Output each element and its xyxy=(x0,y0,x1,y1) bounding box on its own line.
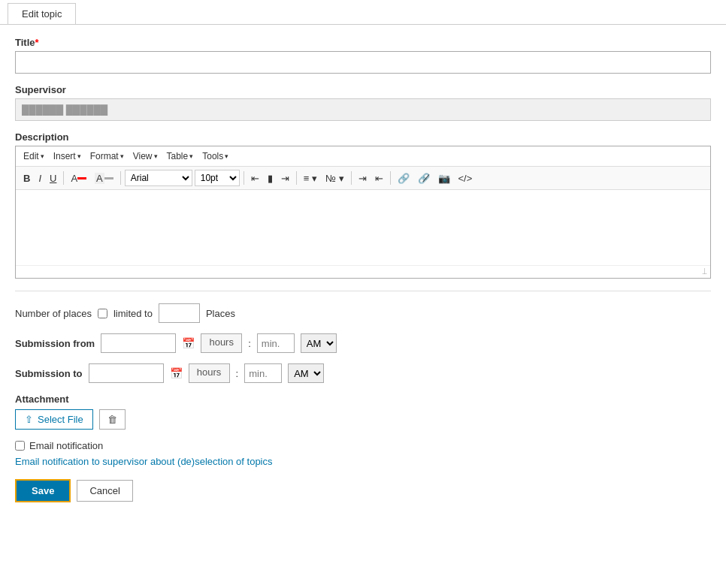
email-info-text: Email notification to supervisor about (… xyxy=(15,456,711,467)
title-label: Title* xyxy=(15,37,711,48)
align-right-button[interactable]: ⇥ xyxy=(278,171,292,185)
places-label: Number of places xyxy=(15,308,92,319)
save-button[interactable]: Save xyxy=(15,479,71,502)
divider-5 xyxy=(351,171,352,185)
editor-menubar: Edit ▾ Insert ▾ Format ▾ View ▾ Table ▾ … xyxy=(16,146,710,167)
submission-from-min-input[interactable] xyxy=(257,333,295,353)
section-divider xyxy=(15,291,711,291)
submission-from-label: Submission from xyxy=(15,338,95,349)
edit-chevron: ▾ xyxy=(41,152,44,160)
places-limited-label: limited to xyxy=(113,308,153,319)
attachment-field-group: Attachment ⇧ Select File 🗑 xyxy=(15,394,711,430)
divider-2 xyxy=(120,171,121,185)
divider-4 xyxy=(296,171,297,185)
from-colon: : xyxy=(248,338,251,349)
submission-to-label: Submission to xyxy=(15,368,83,379)
submission-from-date-input[interactable] xyxy=(101,333,176,353)
divider-6 xyxy=(390,171,391,185)
submission-from-hours-box: hours xyxy=(201,333,242,353)
select-file-label: Select File xyxy=(38,414,83,425)
bg-color-btn[interactable]: A xyxy=(92,171,116,185)
italic-button[interactable]: I xyxy=(35,171,44,185)
bold-button[interactable]: B xyxy=(20,171,33,185)
form-area: Title* Supervisor Description Edit ▾ Ins… xyxy=(0,25,726,514)
font-color-bar xyxy=(77,177,86,179)
description-field-group: Description Edit ▾ Insert ▾ Format ▾ Vie… xyxy=(15,131,711,279)
ordered-list-button[interactable]: № ▾ xyxy=(322,171,347,185)
select-file-button[interactable]: ⇧ Select File xyxy=(15,409,93,430)
required-star: * xyxy=(35,37,39,48)
submission-to-min-input[interactable] xyxy=(244,363,282,383)
submission-from-calendar-icon[interactable]: 📅 xyxy=(182,337,195,349)
email-notification-checkbox[interactable] xyxy=(15,441,25,451)
resize-handle[interactable]: ⟘ xyxy=(16,265,710,278)
source-button[interactable]: </> xyxy=(455,171,476,185)
places-input[interactable] xyxy=(159,303,200,323)
menu-insert[interactable]: Insert ▾ xyxy=(50,149,84,163)
unlink-button[interactable]: 🔗̸ xyxy=(415,171,433,185)
menu-table[interactable]: Table ▾ xyxy=(164,149,197,163)
unordered-list-button[interactable]: ≡ ▾ xyxy=(301,171,320,185)
indent-button[interactable]: ⇥ xyxy=(355,171,370,185)
places-field: Number of places limited to Places xyxy=(15,303,711,323)
menu-edit[interactable]: Edit ▾ xyxy=(20,149,47,163)
font-color-btn[interactable]: A xyxy=(68,171,89,185)
editor-body[interactable] xyxy=(16,190,710,265)
supervisor-label: Supervisor xyxy=(15,84,711,95)
tools-chevron: ▾ xyxy=(225,152,228,160)
attachment-label: Attachment xyxy=(15,394,711,405)
places-unit: Places xyxy=(206,308,235,319)
underline-button[interactable]: U xyxy=(47,171,59,185)
submission-to-field: Submission to 📅 hours : AM PM xyxy=(15,363,711,383)
format-chevron: ▾ xyxy=(120,152,124,160)
editor-container: Edit ▾ Insert ▾ Format ▾ View ▾ Table ▾ … xyxy=(15,146,711,279)
form-actions: Save Cancel xyxy=(15,479,711,502)
font-family-select[interactable]: Arial xyxy=(125,170,192,186)
submission-to-ampm-select[interactable]: AM PM xyxy=(288,363,324,383)
menu-tools[interactable]: Tools ▾ xyxy=(199,149,231,163)
upload-icon: ⇧ xyxy=(25,414,33,425)
trash-icon: 🗑 xyxy=(107,414,117,425)
align-center-button[interactable]: ▮ xyxy=(265,171,276,185)
email-notification-label: Email notification xyxy=(29,440,103,451)
divider-3 xyxy=(244,171,244,185)
submission-from-ampm-select[interactable]: AM PM xyxy=(301,333,337,353)
submission-from-field: Submission from 📅 hours : AM PM xyxy=(15,333,711,353)
description-label: Description xyxy=(15,131,711,143)
edit-topic-tab[interactable]: Edit topic xyxy=(8,3,76,24)
to-colon: : xyxy=(236,368,239,379)
attachment-controls: ⇧ Select File 🗑 xyxy=(15,409,711,430)
view-chevron: ▾ xyxy=(154,152,158,160)
page-wrapper: Edit topic Title* Supervisor Description… xyxy=(0,0,726,514)
image-button[interactable]: 📷 xyxy=(435,171,453,185)
link-button[interactable]: 🔗 xyxy=(395,171,413,185)
menu-view[interactable]: View ▾ xyxy=(130,149,161,163)
places-checkbox[interactable] xyxy=(98,309,107,318)
bg-color-bar xyxy=(104,177,113,179)
supervisor-input[interactable] xyxy=(15,98,711,121)
email-notification-row: Email notification xyxy=(15,440,711,451)
outdent-button[interactable]: ⇤ xyxy=(372,171,386,185)
submission-to-calendar-icon[interactable]: 📅 xyxy=(170,367,183,379)
align-left-button[interactable]: ⇤ xyxy=(248,171,262,185)
submission-to-hours-box: hours xyxy=(189,363,230,383)
supervisor-field-group: Supervisor xyxy=(15,84,711,121)
submission-to-date-input[interactable] xyxy=(89,363,164,383)
cancel-button[interactable]: Cancel xyxy=(77,480,132,502)
title-input[interactable] xyxy=(15,51,711,74)
insert-chevron: ▾ xyxy=(77,152,81,160)
menu-format[interactable]: Format ▾ xyxy=(87,149,127,163)
table-chevron: ▾ xyxy=(189,152,193,160)
delete-file-button[interactable]: 🗑 xyxy=(99,409,126,430)
editor-toolbar: B I U A A Arial 10pt xyxy=(16,167,710,190)
divider-1 xyxy=(63,171,64,185)
tab-bar: Edit topic xyxy=(0,0,726,25)
font-size-select[interactable]: 10pt xyxy=(195,170,240,186)
title-field-group: Title* xyxy=(15,37,711,74)
